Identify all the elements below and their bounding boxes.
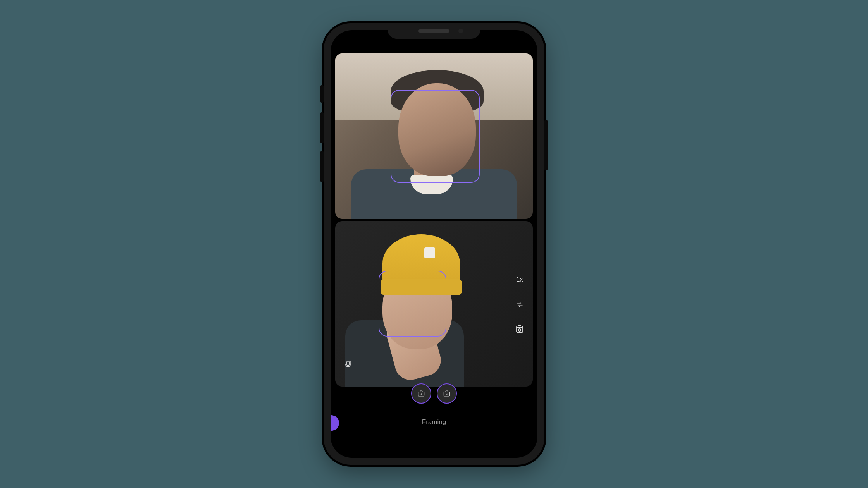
front-camera-dot xyxy=(458,29,463,33)
volume-down-button xyxy=(320,151,324,182)
camera-2-icon: 2 xyxy=(443,390,451,397)
svg-rect-0 xyxy=(347,361,349,366)
app-screen: 1x 1 xyxy=(331,30,537,458)
swap-cameras-button[interactable] xyxy=(510,295,529,314)
phone-device-frame: 1x 1 xyxy=(324,23,544,465)
face-tracking-frame-2[interactable] xyxy=(379,271,446,337)
camera-feed-2[interactable] xyxy=(335,221,533,387)
device-notch xyxy=(388,23,480,39)
svg-text:2: 2 xyxy=(446,392,448,395)
mic-bluetooth-button[interactable] xyxy=(339,356,358,374)
svg-text:1: 1 xyxy=(420,392,422,395)
svg-point-3 xyxy=(518,329,521,331)
camera-feeds-container xyxy=(335,53,533,387)
left-overlay-controls xyxy=(339,356,358,374)
right-overlay-controls: 1x xyxy=(510,270,529,339)
face-tracking-frame-1[interactable] xyxy=(391,90,480,183)
camera-select-row: 1 2 xyxy=(331,383,537,404)
flip-camera-button[interactable] xyxy=(510,320,529,339)
camera-1-icon: 1 xyxy=(417,390,425,397)
select-camera-1-button[interactable]: 1 xyxy=(411,383,431,404)
power-button xyxy=(544,120,548,170)
speaker-grille xyxy=(418,29,450,33)
swap-cameras-icon xyxy=(516,301,524,308)
flip-camera-icon xyxy=(515,325,524,334)
camera-feed-1[interactable] xyxy=(335,53,533,219)
subject-2-beanie-tag xyxy=(424,247,435,258)
svg-rect-2 xyxy=(517,328,523,332)
silent-switch xyxy=(320,85,324,103)
select-camera-2-button[interactable]: 2 xyxy=(437,383,457,404)
zoom-level-label: 1x xyxy=(517,276,523,283)
mode-label[interactable]: Framing xyxy=(331,418,537,426)
mic-bluetooth-icon xyxy=(344,360,353,369)
volume-up-button xyxy=(320,112,324,143)
zoom-level-button[interactable]: 1x xyxy=(510,270,529,289)
side-drawer-tab[interactable] xyxy=(331,415,339,431)
